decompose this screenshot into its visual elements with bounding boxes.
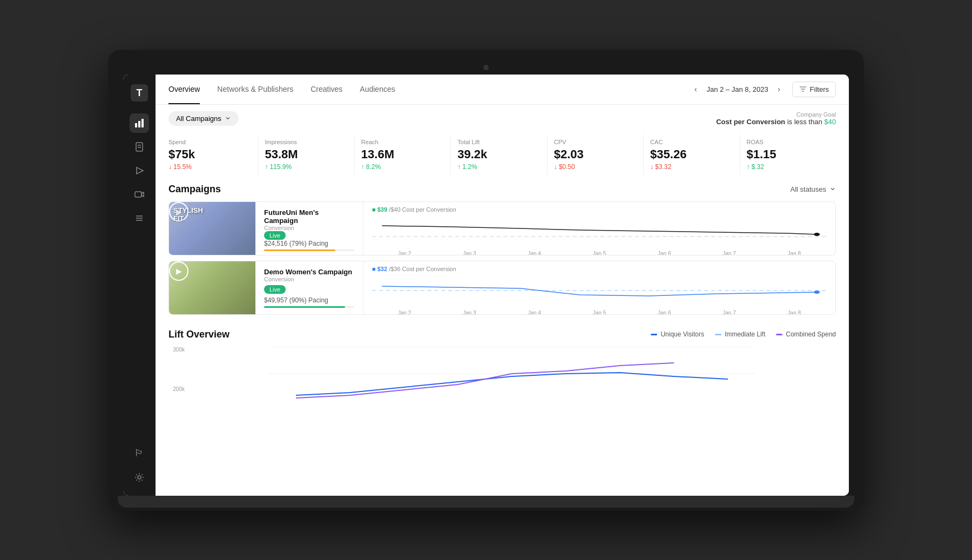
nav-tabs: Overview Networks & Publishers Creatives… <box>168 75 395 104</box>
campaign-card-demowomen[interactable]: ▶ Demo Women's Campaign Conversion Live … <box>168 261 836 315</box>
legend-dot-unique-visitors <box>651 334 657 335</box>
lift-legend: Unique Visitors Immediate Lift Combined … <box>651 330 836 338</box>
legend-unique-visitors: Unique Visitors <box>651 330 704 338</box>
svg-rect-4 <box>141 119 144 127</box>
campaign-info-futureuni: FutureUni Men's Campaign Conversion Live… <box>255 202 363 255</box>
svg-text:T: T <box>137 87 143 98</box>
legend-dot-combined-spend <box>776 334 782 335</box>
legend-label-immediate-lift: Immediate Lift <box>725 330 765 338</box>
chart-header: ■ $32 /$36 Cost per Conversion <box>372 266 827 272</box>
sidebar-icon-flag[interactable]: 🏳 <box>130 444 149 463</box>
campaign-name: Demo Women's Campaign <box>264 268 354 276</box>
campaign-filter-dropdown[interactable]: All Campaigns <box>168 111 239 126</box>
legend-immediate-lift: Immediate Lift <box>715 330 765 338</box>
legend-dot-immediate-lift <box>715 334 721 335</box>
tab-audiences[interactable]: Audiences <box>360 75 395 104</box>
campaign-spend: $24,516 (79%) Pacing <box>264 240 354 247</box>
sidebar-icon-campaigns[interactable] <box>130 161 149 180</box>
tab-overview[interactable]: Overview <box>168 75 200 104</box>
filters-button[interactable]: Filters <box>792 82 836 97</box>
metric-reach: Reach 13.6M ↑ 8.2% <box>355 134 451 175</box>
y-axis-labels: 300k 200k <box>168 347 188 403</box>
legend-label-combined-spend: Combined Spend <box>786 330 836 338</box>
status-badge: Live <box>264 285 286 294</box>
campaign-type: Conversion <box>264 225 354 231</box>
pacing-bar <box>264 306 354 308</box>
date-next-button[interactable]: › <box>773 83 786 96</box>
metric-total-lift: Total Lift 39.2k ↑ 1.2% <box>451 134 547 175</box>
metric-impressions: Impressions 53.8M ↑ 115.9% <box>258 134 354 175</box>
legend-label-unique-visitors: Unique Visitors <box>660 330 704 338</box>
header-right: ‹ Jan 2 – Jan 8, 2023 › Filters <box>689 82 836 97</box>
lift-overview-section: Lift Overview Unique Visitors Immediate … <box>156 320 849 403</box>
lift-overview-header: Lift Overview Unique Visitors Immediate … <box>168 329 836 340</box>
thumb-label: STYLISHFIT <box>173 206 203 223</box>
campaign-thumb-demowomen: ▶ <box>169 261 255 314</box>
status-badge: Live <box>264 231 286 240</box>
x-axis-labels: Jan 2 Jan 3 Jan 4 Jan 5 Jan 6 Jan 7 Jan … <box>372 251 827 255</box>
campaign-card-futureuni[interactable]: STYLISHFIT ▶ FutureUni Men's Campaign Co… <box>168 201 836 255</box>
tab-networks[interactable]: Networks & Publishers <box>217 75 293 104</box>
campaign-chart-demowomen: ■ $32 /$36 Cost per Conversion <box>363 261 835 314</box>
campaigns-title: Campaigns <box>168 184 221 195</box>
lift-chart-area <box>188 347 836 403</box>
main-content: Overview Networks & Publishers Creatives… <box>156 75 849 496</box>
svg-marker-10 <box>141 192 144 197</box>
campaigns-header: Campaigns All statuses <box>168 184 836 195</box>
campaign-info-demowomen: Demo Women's Campaign Conversion Live $4… <box>255 261 363 314</box>
tab-creatives[interactable]: Creatives <box>310 75 342 104</box>
chart-header: ■ $39 /$40 Cost per Conversion <box>372 206 827 213</box>
app-logo: T <box>130 83 149 103</box>
sidebar: T <box>123 75 156 496</box>
sidebar-icon-video[interactable] <box>130 185 149 204</box>
sidebar-icon-documents[interactable] <box>130 137 149 157</box>
svg-point-14 <box>138 476 141 479</box>
status-filter-dropdown[interactable]: All statuses <box>791 185 836 193</box>
svg-rect-2 <box>135 123 137 127</box>
play-button[interactable]: ▶ <box>169 261 188 281</box>
svg-point-21 <box>814 291 820 294</box>
sidebar-icon-analytics[interactable] <box>130 113 149 133</box>
metric-spend: Spend $75k ↓ 15.5% <box>168 134 258 175</box>
sidebar-icon-reports[interactable] <box>130 208 149 228</box>
campaign-spend: $49,957 (90%) Pacing <box>264 296 354 304</box>
filters-label: Filters <box>810 85 829 93</box>
date-range: ‹ Jan 2 – Jan 8, 2023 › <box>689 83 785 96</box>
metrics-row: Spend $75k ↓ 15.5% Impressions 53.8M ↑ 1… <box>156 132 849 184</box>
pacing-fill <box>264 249 335 251</box>
date-range-text: Jan 2 – Jan 8, 2023 <box>706 85 768 93</box>
pacing-fill <box>264 306 345 308</box>
lift-chart-container: 300k 200k <box>168 347 836 403</box>
svg-rect-5 <box>136 143 143 151</box>
date-prev-button[interactable]: ‹ <box>689 83 702 96</box>
company-goal-text: Cost per Conversion is less than $40 <box>716 118 836 126</box>
campaign-thumb-futureuni: STYLISHFIT ▶ <box>169 202 255 255</box>
company-goal-label: Company Goal <box>716 111 836 118</box>
pacing-bar <box>264 249 354 251</box>
campaigns-section: Campaigns All statuses STYLISHFIT ▶ <box>156 184 849 320</box>
metric-cpv: CPV $2.03 ↓ $0.50 <box>548 134 644 175</box>
svg-point-19 <box>814 233 820 236</box>
metric-cac: CAC $35.26 ↓ $3.32 <box>644 134 740 175</box>
svg-rect-9 <box>135 192 141 197</box>
legend-combined-spend: Combined Spend <box>776 330 836 338</box>
campaign-chart-futureuni: ■ $39 /$40 Cost per Conversion <box>363 202 835 255</box>
campaign-type: Conversion <box>264 276 354 282</box>
toolbar: All Campaigns Company Goal Cost per Conv… <box>156 105 849 132</box>
header-nav: Overview Networks & Publishers Creatives… <box>156 75 849 105</box>
campaign-name: FutureUni Men's Campaign <box>264 208 354 225</box>
sidebar-icon-settings[interactable] <box>130 468 149 487</box>
svg-marker-8 <box>137 167 143 174</box>
metric-roas: ROAS $1.15 ↑ $.32 <box>740 134 836 175</box>
x-axis-labels: Jan 2 Jan 3 Jan 4 Jan 5 Jan 6 Jan 7 Jan … <box>372 310 827 315</box>
svg-rect-3 <box>138 121 140 127</box>
company-goal: Company Goal Cost per Conversion is less… <box>716 111 836 126</box>
lift-overview-title: Lift Overview <box>168 329 230 340</box>
